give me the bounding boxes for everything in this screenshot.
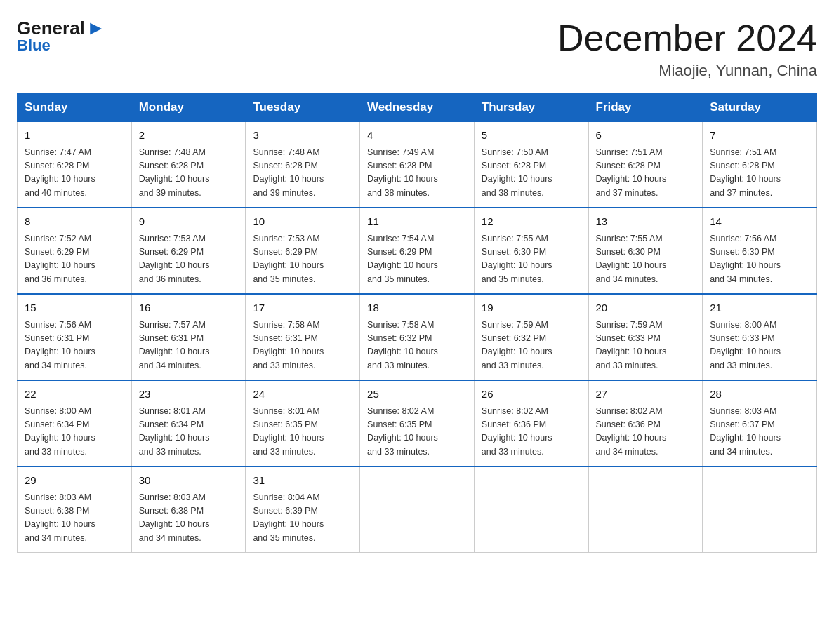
calendar-day-cell: 7Sunrise: 7:51 AMSunset: 6:28 PMDaylight…	[703, 122, 817, 208]
header-monday: Monday	[131, 93, 246, 122]
logo-arrow-icon: ►	[86, 17, 106, 39]
day-number: 31	[253, 473, 352, 489]
calendar-week-1: 1Sunrise: 7:47 AMSunset: 6:28 PMDaylight…	[18, 122, 817, 208]
logo-blue-text: Blue	[17, 36, 51, 55]
day-number: 22	[25, 387, 124, 403]
day-number: 27	[596, 387, 696, 403]
day-number: 7	[710, 128, 809, 144]
calendar-day-cell: 1Sunrise: 7:47 AMSunset: 6:28 PMDaylight…	[18, 122, 132, 208]
calendar-day-cell	[474, 467, 588, 553]
day-number: 11	[367, 214, 467, 230]
calendar-day-cell: 29Sunrise: 8:03 AMSunset: 6:38 PMDayligh…	[18, 467, 132, 553]
day-number: 10	[253, 214, 352, 230]
day-info: Sunrise: 8:02 AMSunset: 6:35 PMDaylight:…	[367, 405, 467, 459]
day-info: Sunrise: 7:55 AMSunset: 6:30 PMDaylight:…	[596, 232, 696, 287]
day-info: Sunrise: 8:00 AMSunset: 6:33 PMDaylight:…	[710, 318, 809, 373]
calendar-day-cell: 16Sunrise: 7:57 AMSunset: 6:31 PMDayligh…	[131, 294, 246, 380]
calendar-day-cell: 3Sunrise: 7:48 AMSunset: 6:28 PMDaylight…	[246, 122, 360, 208]
day-info: Sunrise: 8:03 AMSunset: 6:38 PMDaylight:…	[139, 491, 239, 546]
day-number: 13	[596, 214, 696, 230]
calendar-day-cell: 25Sunrise: 8:02 AMSunset: 6:35 PMDayligh…	[360, 380, 475, 467]
calendar-day-cell: 18Sunrise: 7:58 AMSunset: 6:32 PMDayligh…	[360, 294, 475, 380]
day-info: Sunrise: 7:51 AMSunset: 6:28 PMDaylight:…	[596, 146, 696, 201]
day-number: 4	[367, 128, 467, 144]
calendar-day-cell: 4Sunrise: 7:49 AMSunset: 6:28 PMDaylight…	[360, 122, 475, 208]
calendar-day-cell: 19Sunrise: 7:59 AMSunset: 6:32 PMDayligh…	[474, 294, 588, 380]
day-number: 25	[367, 387, 467, 403]
day-info: Sunrise: 8:00 AMSunset: 6:34 PMDaylight:…	[25, 405, 124, 459]
calendar-day-cell: 27Sunrise: 8:02 AMSunset: 6:36 PMDayligh…	[588, 380, 703, 467]
calendar-week-5: 29Sunrise: 8:03 AMSunset: 6:38 PMDayligh…	[18, 467, 817, 553]
calendar-header-row: Sunday Monday Tuesday Wednesday Thursday…	[18, 93, 817, 122]
day-info: Sunrise: 7:56 AMSunset: 6:31 PMDaylight:…	[25, 318, 124, 373]
logo-general-text: General	[17, 18, 85, 39]
day-number: 21	[710, 300, 809, 316]
calendar-day-cell: 12Sunrise: 7:55 AMSunset: 6:30 PMDayligh…	[474, 208, 588, 294]
day-number: 30	[139, 473, 239, 489]
calendar-day-cell: 13Sunrise: 7:55 AMSunset: 6:30 PMDayligh…	[588, 208, 703, 294]
day-number: 5	[482, 128, 581, 144]
calendar-day-cell: 30Sunrise: 8:03 AMSunset: 6:38 PMDayligh…	[131, 467, 246, 553]
calendar-day-cell: 8Sunrise: 7:52 AMSunset: 6:29 PMDaylight…	[18, 208, 132, 294]
calendar-location: Miaojie, Yunnan, China	[557, 62, 817, 80]
day-info: Sunrise: 8:02 AMSunset: 6:36 PMDaylight:…	[596, 405, 696, 459]
day-number: 3	[253, 128, 352, 144]
calendar-week-4: 22Sunrise: 8:00 AMSunset: 6:34 PMDayligh…	[18, 380, 817, 467]
day-info: Sunrise: 7:58 AMSunset: 6:32 PMDaylight:…	[367, 318, 467, 373]
day-info: Sunrise: 7:49 AMSunset: 6:28 PMDaylight:…	[367, 146, 467, 201]
day-info: Sunrise: 8:01 AMSunset: 6:34 PMDaylight:…	[139, 405, 239, 459]
day-info: Sunrise: 7:58 AMSunset: 6:31 PMDaylight:…	[253, 318, 352, 373]
day-number: 6	[596, 128, 696, 144]
day-number: 12	[482, 214, 581, 230]
calendar-day-cell: 5Sunrise: 7:50 AMSunset: 6:28 PMDaylight…	[474, 122, 588, 208]
day-info: Sunrise: 8:04 AMSunset: 6:39 PMDaylight:…	[253, 491, 352, 546]
day-number: 16	[139, 300, 239, 316]
calendar-day-cell	[588, 467, 703, 553]
day-info: Sunrise: 7:59 AMSunset: 6:33 PMDaylight:…	[596, 318, 696, 373]
day-number: 26	[482, 387, 581, 403]
calendar-day-cell: 28Sunrise: 8:03 AMSunset: 6:37 PMDayligh…	[703, 380, 817, 467]
day-info: Sunrise: 7:51 AMSunset: 6:28 PMDaylight:…	[710, 146, 809, 201]
calendar-day-cell	[703, 467, 817, 553]
day-info: Sunrise: 7:55 AMSunset: 6:30 PMDaylight:…	[482, 232, 581, 287]
calendar-week-2: 8Sunrise: 7:52 AMSunset: 6:29 PMDaylight…	[18, 208, 817, 294]
day-info: Sunrise: 7:47 AMSunset: 6:28 PMDaylight:…	[25, 146, 124, 201]
day-info: Sunrise: 8:03 AMSunset: 6:38 PMDaylight:…	[25, 491, 124, 546]
day-number: 28	[710, 387, 809, 403]
calendar-day-cell: 14Sunrise: 7:56 AMSunset: 6:30 PMDayligh…	[703, 208, 817, 294]
header-saturday: Saturday	[703, 93, 817, 122]
day-number: 17	[253, 300, 352, 316]
calendar-day-cell: 22Sunrise: 8:00 AMSunset: 6:34 PMDayligh…	[18, 380, 132, 467]
calendar-day-cell: 24Sunrise: 8:01 AMSunset: 6:35 PMDayligh…	[246, 380, 360, 467]
day-info: Sunrise: 7:56 AMSunset: 6:30 PMDaylight:…	[710, 232, 809, 287]
logo: General ► Blue	[17, 17, 106, 55]
header-tuesday: Tuesday	[246, 93, 360, 122]
day-number: 23	[139, 387, 239, 403]
header-sunday: Sunday	[18, 93, 132, 122]
calendar-day-cell: 11Sunrise: 7:54 AMSunset: 6:29 PMDayligh…	[360, 208, 475, 294]
day-info: Sunrise: 7:50 AMSunset: 6:28 PMDaylight:…	[482, 146, 581, 201]
calendar-title: December 2024	[557, 17, 817, 59]
day-number: 2	[139, 128, 239, 144]
day-number: 8	[25, 214, 124, 230]
calendar-day-cell: 26Sunrise: 8:02 AMSunset: 6:36 PMDayligh…	[474, 380, 588, 467]
calendar-week-3: 15Sunrise: 7:56 AMSunset: 6:31 PMDayligh…	[18, 294, 817, 380]
day-number: 24	[253, 387, 352, 403]
day-number: 1	[25, 128, 124, 144]
calendar-day-cell: 20Sunrise: 7:59 AMSunset: 6:33 PMDayligh…	[588, 294, 703, 380]
calendar-day-cell: 21Sunrise: 8:00 AMSunset: 6:33 PMDayligh…	[703, 294, 817, 380]
page-header: General ► Blue December 2024 Miaojie, Yu…	[17, 17, 817, 80]
calendar-table: Sunday Monday Tuesday Wednesday Thursday…	[17, 93, 817, 553]
day-number: 14	[710, 214, 809, 230]
header-thursday: Thursday	[474, 93, 588, 122]
header-wednesday: Wednesday	[360, 93, 475, 122]
day-info: Sunrise: 7:57 AMSunset: 6:31 PMDaylight:…	[139, 318, 239, 373]
calendar-day-cell: 10Sunrise: 7:53 AMSunset: 6:29 PMDayligh…	[246, 208, 360, 294]
calendar-day-cell: 17Sunrise: 7:58 AMSunset: 6:31 PMDayligh…	[246, 294, 360, 380]
day-number: 15	[25, 300, 124, 316]
day-info: Sunrise: 8:02 AMSunset: 6:36 PMDaylight:…	[482, 405, 581, 459]
calendar-day-cell: 2Sunrise: 7:48 AMSunset: 6:28 PMDaylight…	[131, 122, 246, 208]
calendar-day-cell: 31Sunrise: 8:04 AMSunset: 6:39 PMDayligh…	[246, 467, 360, 553]
day-info: Sunrise: 8:01 AMSunset: 6:35 PMDaylight:…	[253, 405, 352, 459]
day-number: 9	[139, 214, 239, 230]
